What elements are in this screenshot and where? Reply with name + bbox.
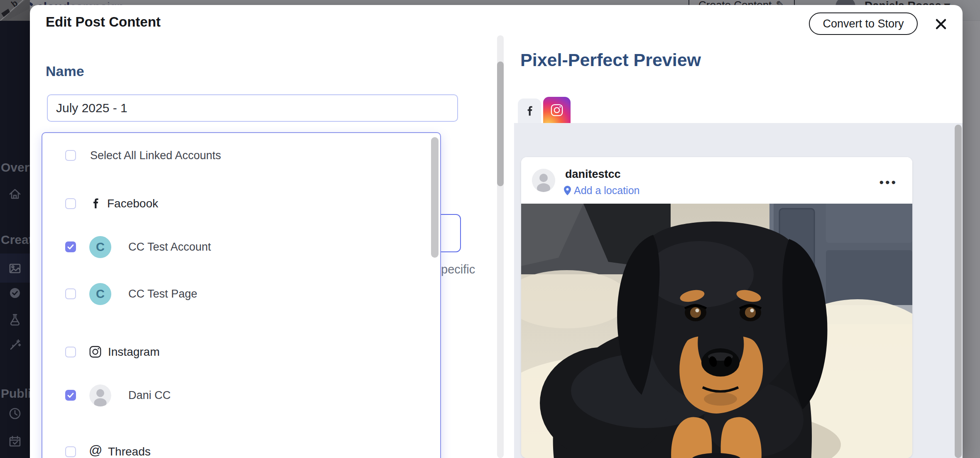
person-avatar	[532, 169, 555, 192]
post-options-icon[interactable]: •••	[879, 175, 897, 190]
threads-checkbox[interactable]	[65, 446, 76, 457]
account-name: Dani CC	[128, 389, 171, 402]
account-name: CC Test Page	[128, 288, 197, 300]
instagram-checkbox[interactable]	[65, 347, 76, 357]
select-all-checkbox[interactable]	[65, 150, 76, 161]
platform-label-threads: Threads	[108, 445, 151, 458]
tab-instagram-preview[interactable]	[543, 97, 571, 123]
dropdown-scrollbar[interactable]	[431, 137, 439, 258]
covered-text-fragment: pecific	[441, 263, 475, 276]
post-header: danitestcc Add a location •••	[521, 157, 912, 204]
instagram-icon	[89, 345, 102, 358]
post-photo	[521, 204, 912, 458]
post-name-input[interactable]	[47, 94, 458, 122]
preview-scrollbar[interactable]	[955, 125, 962, 458]
facebook-icon	[90, 198, 101, 209]
modal-title: Edit Post Content	[46, 14, 161, 30]
modal-scrollbar-thumb[interactable]	[497, 62, 504, 186]
account-row-dani-cc[interactable]: Dani CC	[42, 380, 440, 410]
linked-accounts-dropdown: Select All Linked Accounts Facebook C CC…	[42, 132, 441, 458]
dani-cc-checkbox[interactable]	[65, 390, 76, 401]
preview-title: Pixel-Perfect Preview	[520, 50, 701, 70]
convert-to-story-button[interactable]: Convert to Story	[809, 12, 918, 35]
cc-test-account-checkbox[interactable]	[65, 241, 76, 252]
platform-label-instagram: Instagram	[108, 345, 160, 359]
tab-facebook-preview[interactable]	[518, 98, 541, 123]
facebook-checkbox[interactable]	[65, 198, 76, 209]
threads-icon: @	[89, 443, 102, 458]
account-name: CC Test Account	[128, 241, 211, 254]
select-all-row[interactable]: Select All Linked Accounts	[42, 143, 440, 168]
facebook-icon	[524, 106, 534, 116]
avatar: C	[89, 236, 111, 258]
platform-label-facebook: Facebook	[107, 197, 158, 210]
account-row-cc-test-page[interactable]: C CC Test Page	[42, 279, 440, 309]
avatar: C	[89, 283, 111, 305]
platform-row-instagram[interactable]: Instagram	[42, 339, 440, 365]
add-location-link[interactable]: Add a location	[564, 185, 639, 197]
edit-post-modal: Edit Post Content Convert to Story Name …	[30, 5, 963, 458]
close-icon[interactable]	[933, 17, 948, 32]
location-pin-icon	[564, 186, 571, 195]
name-label: Name	[46, 63, 84, 79]
select-all-label: Select All Linked Accounts	[90, 149, 221, 162]
add-location-label: Add a location	[574, 185, 639, 197]
account-row-cc-test-account[interactable]: C CC Test Account	[42, 232, 440, 262]
cc-test-page-checkbox[interactable]	[65, 288, 76, 299]
instagram-icon	[550, 103, 564, 117]
person-avatar	[89, 384, 111, 406]
platform-row-facebook[interactable]: Facebook	[42, 190, 440, 217]
platform-row-threads[interactable]: @ Threads	[42, 437, 440, 458]
post-username: danitestcc	[565, 168, 621, 181]
instagram-post-preview-card: danitestcc Add a location •••	[521, 157, 912, 458]
